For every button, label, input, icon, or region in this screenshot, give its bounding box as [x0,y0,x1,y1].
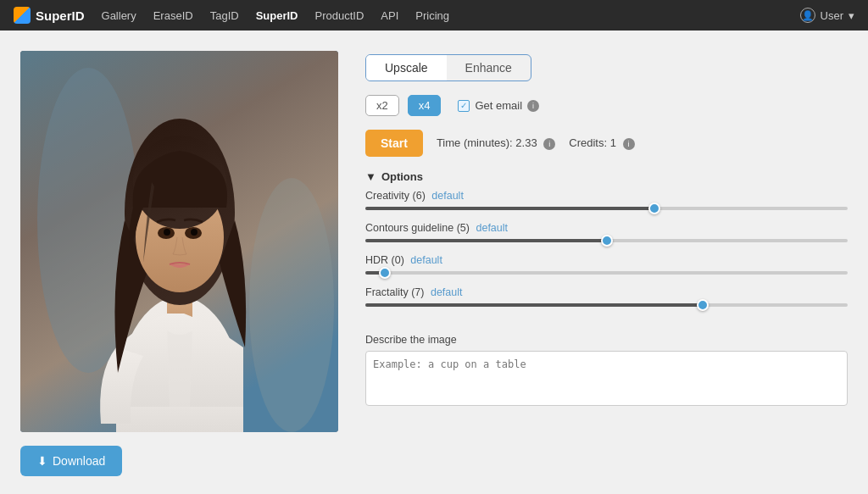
describe-input[interactable] [365,351,848,406]
download-icon: ⬇ [37,454,47,468]
contours-slider-track[interactable] [365,239,848,242]
options-section: ▼ Options Creativity (6) default Contour… [365,170,848,317]
image-container [20,51,338,432]
creativity-slider-fill [365,207,654,210]
user-dropdown-icon: ▾ [849,9,854,22]
creativity-default-link[interactable]: default [431,190,464,202]
start-button[interactable]: Start [365,130,423,157]
scale-x2-button[interactable]: x2 [365,95,399,116]
navbar: SuperID Gallery EraseID TagID SuperID Pr… [0,0,868,31]
logo[interactable]: SuperID [14,7,85,24]
main-content: ⬇ Download Upscale Enhance x2 x4 Get ema… [0,31,868,494]
contours-slider-fill [365,239,607,242]
email-info-icon[interactable]: i [527,100,539,112]
download-button[interactable]: ⬇ Download [20,446,122,476]
options-arrow-icon: ▼ [365,170,376,183]
fractality-slider-row: Fractality (7) default [365,286,848,307]
scale-x4-button[interactable]: x4 [408,95,442,116]
svg-point-12 [191,229,198,236]
describe-label: Describe the image [365,334,848,346]
creativity-slider-track[interactable] [365,207,848,210]
user-icon: 👤 [800,8,815,23]
fractality-slider-fill [365,303,703,307]
creativity-slider-thumb[interactable] [648,203,660,214]
time-label: Time (minutes): 2.33 i [437,136,555,150]
nav-tagid[interactable]: TagID [210,9,239,22]
options-label: Options [381,170,423,183]
tab-enhance[interactable]: Enhance [447,55,531,80]
fractality-slider-thumb[interactable] [697,299,709,311]
logo-text: SuperID [36,8,85,23]
nav-api[interactable]: API [381,9,398,22]
scale-row: x2 x4 Get email i [365,95,848,116]
options-header[interactable]: ▼ Options [365,170,848,183]
describe-section: Describe the image [365,334,848,409]
time-info-icon[interactable]: i [543,138,555,150]
nav-productid[interactable]: ProductID [314,9,364,22]
hdr-label: HDR (0) default [365,254,848,266]
creativity-label: Creativity (6) default [365,190,848,202]
start-row: Start Time (minutes): 2.33 i Credits: 1 … [365,130,848,157]
email-checkbox[interactable] [458,100,470,112]
controls-area: Upscale Enhance x2 x4 Get email i Start … [365,51,848,480]
fractality-label: Fractality (7) default [365,286,848,298]
nav-eraseid[interactable]: EraseID [153,9,193,22]
contours-slider-row: Contours guideline (5) default [365,222,848,242]
hdr-default-link[interactable]: default [410,254,442,266]
user-label: User [821,9,843,22]
hdr-slider-track[interactable] [365,271,848,275]
nav-pricing[interactable]: Pricing [415,9,449,22]
svg-point-2 [249,178,334,432]
contours-label: Contours guideline (5) default [365,222,848,234]
contours-default-link[interactable]: default [476,222,508,234]
fractality-default-link[interactable]: default [431,286,463,298]
svg-point-11 [164,229,170,236]
creativity-slider-row: Creativity (6) default [365,190,848,210]
nav-superid[interactable]: SuperID [256,9,298,22]
fractality-slider-track[interactable] [365,303,848,307]
nav-gallery[interactable]: Gallery [102,9,136,22]
logo-icon [14,7,31,24]
download-label: Download [53,454,105,468]
email-checkbox-group: Get email i [458,99,539,112]
image-area: ⬇ Download [20,51,338,480]
hdr-slider-row: HDR (0) default [365,254,848,275]
credits-label: Credits: 1 i [569,136,634,150]
hdr-slider-thumb[interactable] [379,267,391,279]
tab-row: Upscale Enhance [365,54,531,81]
tab-upscale[interactable]: Upscale [366,55,447,80]
email-label: Get email [475,99,522,112]
contours-slider-thumb[interactable] [601,235,613,247]
credits-info-icon[interactable]: i [623,138,635,150]
user-menu[interactable]: 👤 User ▾ [800,8,854,23]
portrait-svg [20,51,338,432]
